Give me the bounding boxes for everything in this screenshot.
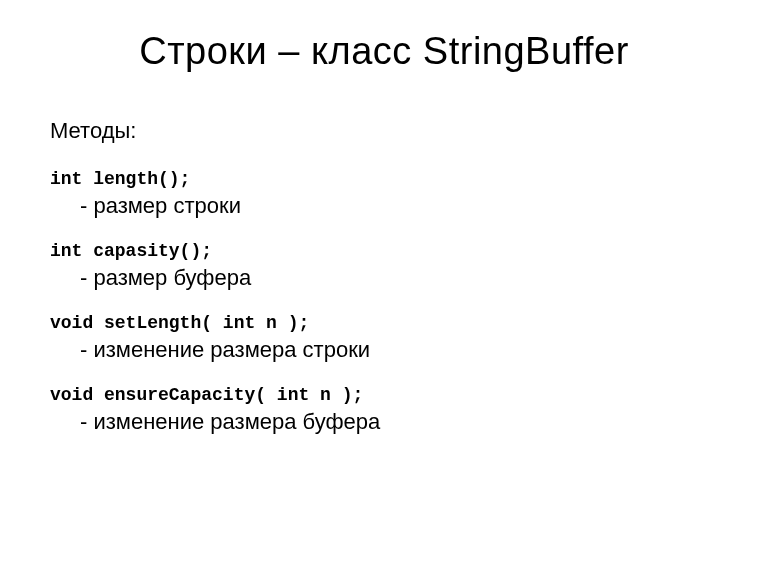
method-item: int length(); - размер строки: [50, 169, 718, 219]
method-signature: void ensureCapacity( int n );: [50, 385, 718, 405]
methods-label: Методы:: [50, 118, 718, 144]
method-description: - размер строки: [50, 193, 718, 219]
method-signature: int length();: [50, 169, 718, 189]
method-item: void ensureCapacity( int n ); - изменени…: [50, 385, 718, 435]
method-description: - размер буфера: [50, 265, 718, 291]
method-signature: int capasity();: [50, 241, 718, 261]
method-description: - изменение размера строки: [50, 337, 718, 363]
slide-title: Строки – класс StringBuffer: [50, 30, 718, 73]
method-item: void setLength( int n ); - изменение раз…: [50, 313, 718, 363]
method-signature: void setLength( int n );: [50, 313, 718, 333]
method-description: - изменение размера буфера: [50, 409, 718, 435]
method-item: int capasity(); - размер буфера: [50, 241, 718, 291]
